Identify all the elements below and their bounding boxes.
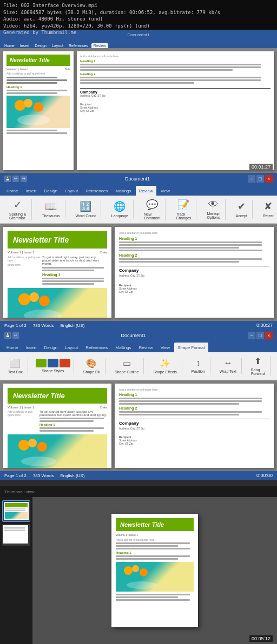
status-words-1: 783 Words [33,323,54,328]
quote-hint-1: quote here [8,263,40,266]
word-section-1: 💾 ↩ ↪ Document1 − □ × Home Insert Design… [0,173,277,330]
company-section-1: Company Address, City, ST Zip [119,266,269,277]
close-btn-2[interactable]: × [265,332,273,339]
tab2-design[interactable]: Design [41,343,61,352]
markup-icon: 👁 [208,199,218,210]
maximize-btn[interactable]: □ [256,175,264,183]
wrap-btn[interactable]: Wrap Text [218,369,238,374]
tab-layout[interactable]: Layout [62,186,81,196]
tab-view[interactable]: View [157,186,173,196]
close-btn[interactable]: × [265,175,273,183]
markup-btn[interactable]: MarkupOptions [205,211,221,220]
style-2[interactable] [48,359,58,367]
right-sidebar-hint-1: Add a sidebar or pull quote here [119,231,269,234]
ribbon-sf-wrap: ↔ Wrap Text [215,358,242,374]
video-r-text5 [80,79,261,81]
maximize-btn-2[interactable]: □ [256,332,264,339]
right-text2-4 [119,411,262,413]
shape-outline-btn[interactable]: Shape Outline [113,370,140,374]
thumb-item-1[interactable] [2,500,30,522]
video-timestamp1: 00:01:27 [249,164,273,170]
tab2-insert[interactable]: Insert [22,343,39,352]
word-title-2: Document1 [23,333,243,338]
video-r-text1 [80,64,261,65]
body-text-1: To get started right away, just tap any … [42,256,107,265]
track-changes-btn[interactable]: TrackChanges [174,212,193,220]
wordcount-btn[interactable]: Word Count [74,213,97,218]
quick-access-undo[interactable]: ↩ [12,176,19,182]
tab2-review[interactable]: Review [136,343,156,352]
language-btn[interactable]: Language [110,213,130,218]
thumb-tline-2 [116,545,178,547]
thesaurus-btn[interactable]: Thesaurus [41,213,62,218]
spelling-icon: ✓ [14,199,22,211]
tab-insert[interactable]: Insert [22,186,39,196]
video-right-hint: Add a sidebar or pull quote here [80,55,271,58]
tab-home[interactable]: Home [3,186,21,196]
send-icon: ⬆ [254,356,261,366]
new-comment-btn[interactable]: NewComment [142,212,162,220]
video-text6 [6,130,57,131]
text-line-1 [42,267,104,269]
info-line5: Generated by Thumbnail.me [3,29,220,36]
wordcount-icon: 🔢 [80,200,91,212]
video-vol-date: Volume 1 | Issue 1Date [6,68,70,71]
text-line-5 [42,283,94,285]
shape-effects-btn[interactable]: Shape Effects [151,370,178,374]
style-3[interactable] [60,359,70,367]
tab-review[interactable]: Review [136,186,156,196]
word-section-2: 💾 ↩ Document1 − □ × Home Insert Design L… [0,330,277,486]
video-text3 [6,82,57,84]
tab-design[interactable]: Design [41,186,61,196]
video-panel: File: 002 Interface Overview.mp4 Size: 4… [0,0,277,173]
thumbnail-section: Thumbnail view [0,486,277,644]
thumb-doc-preview: Newsletter Title Volume 1 | Issue 1 Add … [111,514,198,627]
thumb-sidebar-text: Add a sidebar or pull quote here [116,538,194,541]
reject-icon: ✘ [264,200,272,212]
ribbon-sf-textbox: ⬜ Text Box [3,358,28,374]
tab2-shapeformat[interactable]: Shape Format [174,343,208,352]
tab-mailings[interactable]: Mailings [112,186,134,196]
minimize-btn-2[interactable]: − [248,332,255,339]
spelling-btn[interactable]: Spelling &Grammar [8,212,28,220]
main-col-2: To get started right away, just tap any … [39,410,107,433]
tracking-icon: 📝 [177,199,189,211]
tab2-mailings[interactable]: Mailings [112,343,134,352]
quick-undo-2[interactable]: ↩ [12,332,19,339]
heading1-label: Heading 1 [42,273,107,277]
status-timestamp-2: 0:00:00 [256,473,273,478]
tab2-references[interactable]: References [82,343,111,352]
ribbon-sf-back: ⬇ SendBackward [275,356,277,376]
thumb-mini-image-1 [5,512,28,519]
video-company-name: Company [80,90,271,94]
heading1-2: Heading 1 [39,423,107,426]
quick-save-2[interactable]: 💾 [4,332,11,339]
fruit-image-1 [8,288,107,318]
accept-btn[interactable]: Accept [234,213,249,218]
tab2-home[interactable]: Home [3,343,21,352]
quick-access-save[interactable]: 💾 [4,176,11,182]
reviewing-icon: ✔ [238,200,246,212]
tab-references[interactable]: References [82,186,111,196]
thumb-mini-line-4 [4,527,25,528]
quick-access-redo[interactable]: ↪ [21,176,27,182]
tab2-layout[interactable]: Layout [62,343,81,352]
video-r-text4 [80,77,261,78]
info-line1: File: 002 Interface Overview.mp4 [3,2,220,9]
status-page-1: Page 1 of 2 [4,323,27,328]
ribbon-group-language: 🌐 Language [107,200,134,218]
bring-front-btn[interactable]: BringForward [249,367,267,376]
style-1[interactable] [36,359,47,367]
sidebar-hint-1: Add a sidebar or pull quote here [8,256,40,262]
reject-btn[interactable]: Reject [261,213,275,218]
fill-icon: 🎨 [86,358,97,368]
shape-fill-btn[interactable]: Shape Fill [82,370,102,374]
thumb-item-2[interactable] [2,524,30,546]
position-btn[interactable]: Position [190,369,207,374]
video-r-text2 [80,66,261,68]
minimize-btn[interactable]: − [248,175,255,183]
thumb-newsletter-header: Newsletter Title [116,518,194,531]
video-fruit-image [6,96,70,128]
tab2-view[interactable]: View [157,343,173,352]
textbox-btn[interactable]: Text Box [6,370,24,374]
